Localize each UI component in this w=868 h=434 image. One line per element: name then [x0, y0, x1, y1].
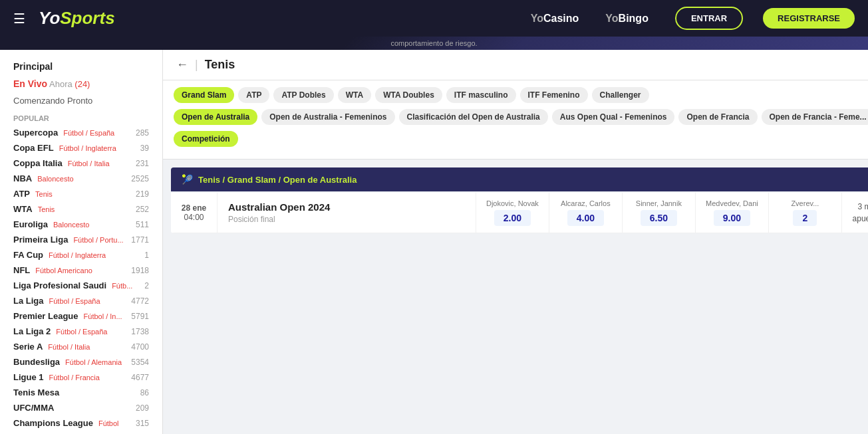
bingo-brand: Bingo — [619, 13, 649, 24]
yobingo-link[interactable]: YoBingo — [605, 13, 649, 25]
sidebar-item-envivo[interactable]: En Vivo Ahora (24) — [0, 75, 162, 92]
logo-yo: Yo — [39, 8, 60, 29]
odds-name-alcaraz: Alcaraz, Carlos — [561, 199, 611, 207]
filter-aus-qual-fem[interactable]: Aus Open Qual - Femeninos — [552, 109, 675, 125]
filter-itf-masculino[interactable]: ITF masculino — [446, 87, 516, 103]
entrar-button[interactable]: ENTRAR — [675, 7, 743, 30]
filter-wta-doubles[interactable]: WTA Doubles — [375, 87, 442, 103]
match-date-day: 28 ene — [182, 203, 206, 213]
bingo-yo: Yo — [605, 13, 618, 24]
filter-row-sport: Grand Slam ATP ATP Dobles WTA WTA Double… — [174, 87, 868, 103]
yocasino-link[interactable]: YoCasino — [531, 13, 579, 25]
sidebar-item-copa-efl[interactable]: Copa EFL Fútbol / Inglaterra 39 — [0, 140, 162, 156]
sidebar-popular-section: Popular — [0, 109, 162, 125]
match-title: Australian Open 2024 — [228, 201, 465, 213]
more-bets-button[interactable]: 3 más apuestas — [842, 193, 868, 233]
sidebar-envivo-label: En Vivo Ahora (24) — [13, 78, 90, 89]
odds-sinner[interactable]: Sinner, Jannik 6.50 — [623, 193, 696, 233]
sidebar-item-champions[interactable]: Champions League Fútbol 315 — [0, 415, 162, 431]
sidebar-item-la-liga[interactable]: La Liga Fútbol / España 4772 — [0, 293, 162, 308]
odds-djokovic[interactable]: Djokovic, Novak 2.00 — [476, 193, 549, 233]
odds-name-zverev: Zverev... — [791, 199, 819, 207]
odds-val-sinner[interactable]: 6.50 — [641, 210, 677, 226]
filter-atp[interactable]: ATP — [238, 87, 269, 103]
odds-name-medvedev: Medvedev, Dani — [706, 199, 758, 207]
sidebar-item-nba[interactable]: NBA Baloncesto 2525 — [0, 171, 162, 186]
sidebar-item-primeira[interactable]: Primeira Liga Fútbol / Portu... 1771 — [0, 232, 162, 247]
filter-grand-slam[interactable]: Grand Slam — [174, 87, 234, 103]
odds-alcaraz[interactable]: Alcaraz, Carlos 4.00 — [549, 193, 623, 233]
breadcrumb-separator: | — [195, 58, 198, 72]
filter-wta[interactable]: WTA — [338, 87, 371, 103]
tennis-icon: 🎾 — [182, 174, 193, 185]
casino-brand: Casino — [543, 13, 579, 24]
competition-header: 🎾 Tenis / Grand Slam / Open de Australia — [171, 167, 868, 191]
casino-yo: Yo — [531, 13, 543, 24]
hamburger-icon[interactable]: ☰ — [13, 11, 25, 27]
more-bets-sublabel: apuestas — [853, 214, 868, 223]
sidebar-item-liga-saudi[interactable]: Liga Profesional Saudi Fútb... 2 — [0, 278, 162, 293]
odds-zverev[interactable]: Zverev... 2 — [769, 193, 842, 233]
sidebar-principal-label: Principal — [13, 61, 53, 72]
back-button[interactable]: ← — [176, 58, 188, 72]
odds-val-djokovic[interactable]: 2.00 — [494, 210, 531, 226]
odds-val-alcaraz[interactable]: 4.00 — [567, 210, 604, 226]
sidebar-item-ufc[interactable]: UFC/MMA 209 — [0, 400, 162, 415]
main-content: ← | Tenis Grand Slam ATP ATP Dobles WTA … — [163, 50, 868, 434]
filter-row-competition: Competición — [174, 131, 868, 147]
filter-competicion[interactable]: Competición — [174, 131, 238, 147]
filter-challenger[interactable]: Challenger — [592, 87, 649, 103]
sidebar-item-fa-cup[interactable]: FA Cup Fútbol / Inglaterra 1 — [0, 247, 162, 263]
sidebar-item-ligue1[interactable]: Ligue 1 Fútbol / Francia 4677 — [0, 370, 162, 385]
odds-val-medvedev[interactable]: 9.00 — [714, 210, 750, 226]
banner: comportamiento de riesgo. — [0, 37, 868, 50]
ahora-text: Ahora — [49, 79, 74, 89]
sidebar-item-la-liga-2[interactable]: La Liga 2 Fútbol / España 1738 — [0, 324, 162, 339]
filter-open-francia-fem[interactable]: Open de Francia - Feme... — [762, 109, 868, 125]
sidebar-item-atp[interactable]: ATP Tenis 219 — [0, 186, 162, 201]
page-title: Tenis — [205, 58, 235, 72]
content-area: 🎾 Tenis / Grand Slam / Open de Australia… — [163, 160, 868, 241]
filter-atp-dobles[interactable]: ATP Dobles — [273, 87, 333, 103]
comenzando-label: Comenzando Pronto — [13, 96, 92, 106]
more-bets-label: 3 más — [858, 202, 868, 211]
logo-sports: Sports — [60, 8, 114, 29]
competition-path: Tenis / Grand Slam / Open de Australia — [198, 175, 357, 185]
filter-itf-femenino[interactable]: ITF Femenino — [520, 87, 588, 103]
match-time: 04:00 — [184, 213, 204, 222]
filter-open-australia[interactable]: Open de Australia — [174, 109, 257, 125]
filter-section: Grand Slam ATP ATP Dobles WTA WTA Double… — [163, 80, 868, 160]
sidebar-item-nfl[interactable]: NFL Fútbol Americano 1918 — [0, 263, 162, 278]
registrar-button[interactable]: REGISTRARSE — [763, 8, 855, 29]
filter-clasificacion[interactable]: Clasificación del Open de Australia — [399, 109, 548, 125]
match-table: 28 ene 04:00 Australian Open 2024 Posici… — [171, 193, 868, 233]
sidebar-item-serie-a[interactable]: Serie A Fútbol / Italia 4700 — [0, 339, 162, 354]
odds-val-zverev[interactable]: 2 — [793, 210, 817, 226]
filter-open-francia[interactable]: Open de Francia — [678, 109, 757, 125]
odds-medvedev[interactable]: Medvedev, Dani 9.00 — [696, 193, 769, 233]
filter-row-tournament: Open de Australia Open de Australia - Fe… — [174, 108, 868, 126]
match-info: Australian Open 2024 Posición final — [217, 193, 476, 233]
sidebar-item-premier[interactable]: Premier League Fútbol / In... 5791 — [0, 308, 162, 324]
match-subtitle: Posición final — [228, 215, 465, 224]
breadcrumb-bar: ← | Tenis — [163, 50, 868, 80]
sidebar-item-tenis-mesa[interactable]: Tenis Mesa 86 — [0, 385, 162, 400]
sidebar-item-euroliga[interactable]: Euroliga Baloncesto 511 — [0, 217, 162, 232]
logo: YoSports — [39, 8, 115, 29]
odds-name-sinner: Sinner, Jannik — [636, 199, 682, 207]
sidebar-item-bundesliga[interactable]: Bundesliga Fútbol / Alemania 5354 — [0, 354, 162, 370]
sidebar-item-comenzando[interactable]: Comenzando Pronto — [0, 92, 162, 109]
odds-name-djokovic: Djokovic, Novak — [486, 199, 539, 207]
envivo-text: En Vivo — [13, 78, 47, 89]
banner-text: comportamiento de riesgo. — [390, 39, 477, 47]
table-row: 28 ene 04:00 Australian Open 2024 Posici… — [171, 193, 868, 233]
sidebar: Principal En Vivo Ahora (24) Comenzando … — [0, 50, 163, 434]
sidebar-item-supercopa[interactable]: Supercopa Fútbol / España 285 — [0, 125, 162, 140]
match-date: 28 ene 04:00 — [171, 193, 217, 233]
sidebar-item-coppa-italia[interactable]: Coppa Italia Fútbol / Italia 231 — [0, 156, 162, 171]
filter-open-australia-fem[interactable]: Open de Australia - Femeninos — [261, 109, 394, 125]
header: ☰ YoSports YoCasino YoBingo ENTRAR REGIS… — [0, 0, 868, 37]
sidebar-item-principal[interactable]: Principal — [0, 58, 162, 75]
layout: Principal En Vivo Ahora (24) Comenzando … — [0, 50, 868, 434]
sidebar-item-wta[interactable]: WTA Tenis 252 — [0, 201, 162, 217]
